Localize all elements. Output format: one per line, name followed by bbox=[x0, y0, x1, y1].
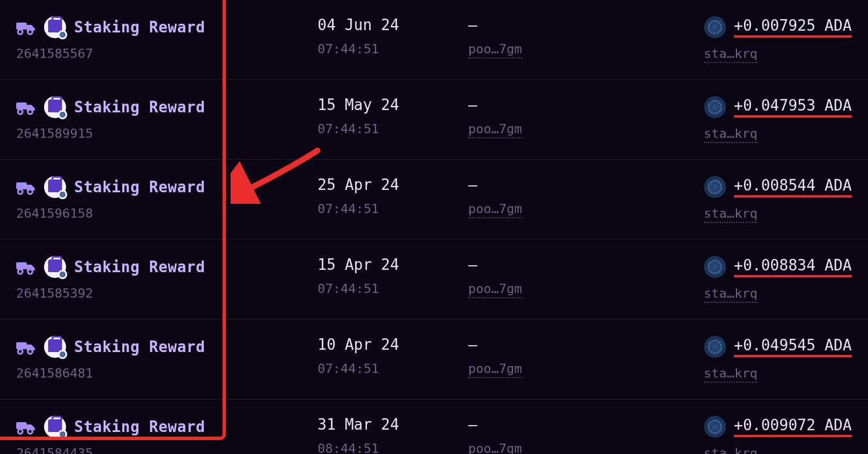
transaction-hash-placeholder: — bbox=[468, 256, 700, 273]
stake-address-link[interactable]: sta…krq bbox=[704, 286, 758, 303]
transaction-hash-placeholder: — bbox=[468, 16, 700, 34]
transaction-amount: +0.047953 ADA bbox=[734, 97, 852, 118]
svg-rect-15 bbox=[16, 422, 27, 429]
transaction-amount: +0.009072 ADA bbox=[734, 416, 852, 437]
stake-address-link[interactable]: sta…krq bbox=[704, 206, 758, 223]
svg-point-11 bbox=[28, 269, 32, 274]
transaction-type-label: Staking Reward bbox=[74, 418, 205, 435]
transaction-id: 2641584435 bbox=[16, 446, 318, 454]
transaction-type-label: Staking Reward bbox=[74, 258, 205, 276]
transfer-icon bbox=[16, 259, 36, 275]
svg-point-10 bbox=[18, 269, 23, 274]
transaction-date: 10 Apr 24 bbox=[318, 336, 468, 353]
svg-point-4 bbox=[18, 109, 23, 114]
transaction-date: 15 May 24 bbox=[318, 96, 468, 114]
transaction-row[interactable]: Staking Reward 2641584435 31 Mar 24 08:4… bbox=[0, 400, 868, 454]
pool-link[interactable]: poo…7gm bbox=[468, 281, 522, 298]
pool-link[interactable]: poo…7gm bbox=[468, 42, 522, 58]
transaction-hash-placeholder: — bbox=[468, 416, 700, 433]
cardano-icon bbox=[704, 96, 726, 118]
transaction-amount: +0.008834 ADA bbox=[734, 257, 852, 277]
stake-address-link[interactable]: sta…krq bbox=[704, 446, 758, 454]
wallet-icon bbox=[44, 256, 66, 278]
transaction-time: 07:44:51 bbox=[318, 42, 468, 56]
transaction-time: 07:44:51 bbox=[318, 202, 468, 216]
transaction-date: 04 Jun 24 bbox=[318, 16, 468, 34]
stake-address-link[interactable]: sta…krq bbox=[704, 126, 758, 143]
transaction-id: 2641585567 bbox=[16, 46, 318, 61]
wallet-icon bbox=[44, 16, 66, 38]
transaction-date: 15 Apr 24 bbox=[318, 256, 468, 273]
transaction-amount: +0.007925 ADA bbox=[734, 17, 852, 38]
transfer-icon bbox=[16, 99, 36, 115]
transfer-icon bbox=[16, 179, 36, 195]
transaction-id: 2641589915 bbox=[16, 126, 318, 141]
transaction-row[interactable]: Staking Reward 2641589915 15 May 24 07:4… bbox=[0, 80, 868, 160]
svg-point-2 bbox=[28, 30, 32, 34]
transaction-date: 25 Apr 24 bbox=[318, 176, 468, 193]
cardano-icon bbox=[704, 16, 726, 38]
svg-rect-12 bbox=[16, 342, 27, 349]
transaction-time: 08:44:51 bbox=[318, 441, 468, 454]
transaction-hash-placeholder: — bbox=[468, 176, 700, 193]
transaction-hash-placeholder: — bbox=[468, 96, 700, 114]
svg-rect-9 bbox=[16, 262, 27, 269]
wallet-icon bbox=[44, 336, 66, 358]
pool-link[interactable]: poo…7gm bbox=[468, 202, 522, 218]
transaction-row[interactable]: Staking Reward 2641596158 25 Apr 24 07:4… bbox=[0, 160, 868, 240]
svg-point-16 bbox=[18, 429, 23, 434]
transaction-time: 07:44:51 bbox=[318, 361, 468, 376]
svg-point-14 bbox=[28, 349, 32, 354]
transaction-id: 2641586481 bbox=[16, 366, 318, 380]
svg-rect-0 bbox=[16, 23, 27, 30]
transactions-table: Staking Reward 2641585567 04 Jun 24 07:4… bbox=[0, 0, 868, 454]
svg-point-5 bbox=[28, 109, 32, 114]
transaction-type-label: Staking Reward bbox=[74, 338, 205, 356]
transfer-icon bbox=[16, 419, 36, 435]
transaction-type-label: Staking Reward bbox=[74, 19, 205, 36]
wallet-icon bbox=[44, 176, 66, 198]
transaction-hash-placeholder: — bbox=[468, 336, 700, 353]
transfer-icon bbox=[16, 339, 36, 355]
transaction-id: 2641596158 bbox=[16, 206, 318, 221]
svg-point-8 bbox=[28, 189, 32, 194]
svg-rect-6 bbox=[16, 182, 27, 189]
svg-point-13 bbox=[18, 349, 23, 354]
stake-address-link[interactable]: sta…krq bbox=[704, 366, 758, 383]
transaction-date: 31 Mar 24 bbox=[318, 416, 468, 433]
transfer-icon bbox=[16, 19, 36, 35]
svg-point-1 bbox=[18, 30, 23, 34]
pool-link[interactable]: poo…7gm bbox=[468, 122, 522, 138]
svg-rect-3 bbox=[16, 102, 27, 109]
cardano-icon bbox=[704, 336, 726, 358]
transaction-id: 2641585392 bbox=[16, 286, 318, 301]
transaction-type-label: Staking Reward bbox=[74, 98, 205, 116]
stake-address-link[interactable]: sta…krq bbox=[704, 46, 758, 63]
svg-point-7 bbox=[18, 189, 23, 194]
transaction-row[interactable]: Staking Reward 2641585567 04 Jun 24 07:4… bbox=[0, 0, 868, 80]
wallet-icon bbox=[44, 416, 66, 438]
svg-point-17 bbox=[28, 429, 32, 434]
cardano-icon bbox=[704, 416, 726, 438]
cardano-icon bbox=[704, 176, 726, 198]
pool-link[interactable]: poo…7gm bbox=[468, 441, 522, 454]
transaction-row[interactable]: Staking Reward 2641585392 15 Apr 24 07:4… bbox=[0, 240, 868, 320]
transaction-time: 07:44:51 bbox=[318, 281, 468, 296]
transaction-type-label: Staking Reward bbox=[74, 178, 205, 196]
transaction-time: 07:44:51 bbox=[318, 122, 468, 136]
transaction-amount: +0.049545 ADA bbox=[734, 336, 852, 357]
pool-link[interactable]: poo…7gm bbox=[468, 361, 522, 378]
transaction-row[interactable]: Staking Reward 2641586481 10 Apr 24 07:4… bbox=[0, 320, 868, 400]
transaction-amount: +0.008544 ADA bbox=[734, 177, 852, 197]
cardano-icon bbox=[704, 256, 726, 278]
wallet-icon bbox=[44, 96, 66, 118]
